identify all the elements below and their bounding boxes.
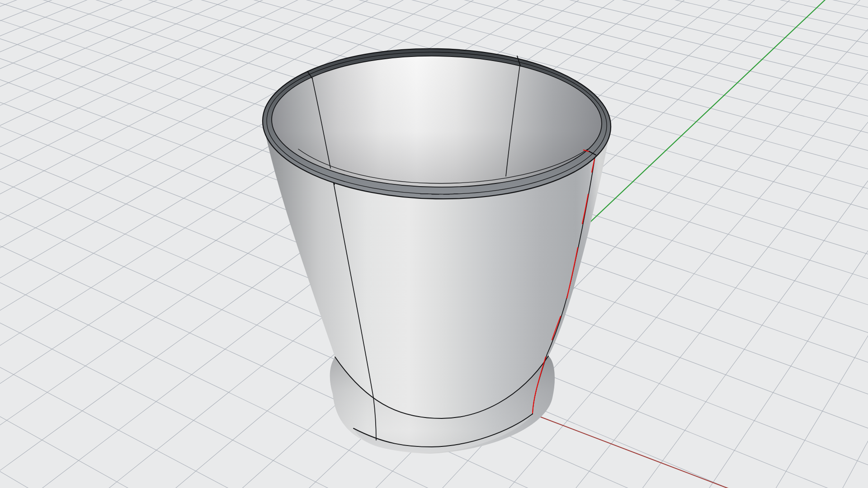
- viewport[interactable]: [0, 0, 868, 488]
- grid-line-y-const: [200, 0, 868, 71]
- grid-line-x-const: [0, 0, 243, 165]
- x-axis-line: [533, 414, 729, 488]
- cup-object[interactable]: [263, 49, 611, 454]
- grid-line-x-const: [611, 18, 868, 488]
- grid-line-x-const: [0, 0, 275, 187]
- grid-line-x-const: [0, 0, 308, 210]
- grid-line-x-const: [0, 0, 291, 198]
- viewport-canvas[interactable]: [0, 0, 868, 488]
- grid-line-y-const: [243, 0, 868, 38]
- grid-line-x-const: [783, 31, 868, 488]
